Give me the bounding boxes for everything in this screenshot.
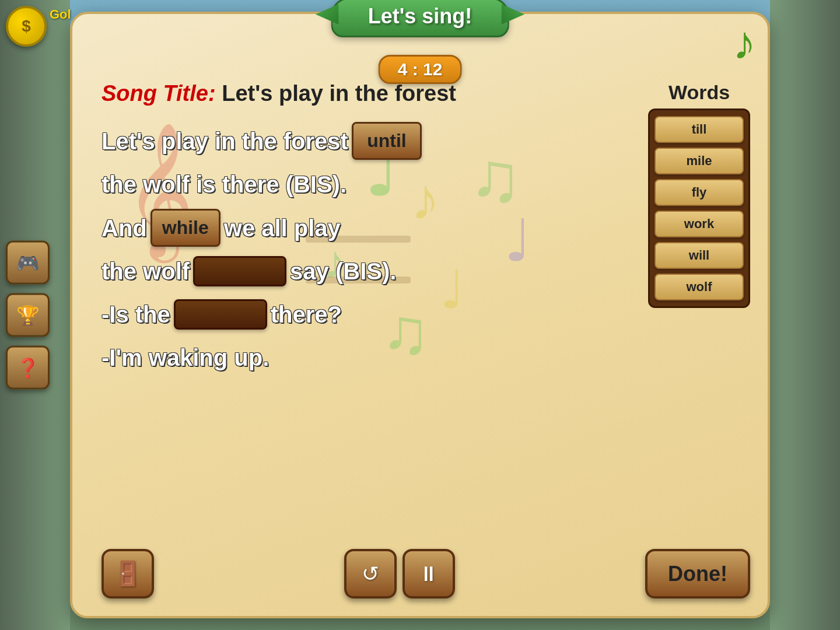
parchment: Let's sing! 4 : 12 ♪ Song Title: Let's p… — [70, 12, 770, 618]
timer-box: 4 : 12 — [379, 55, 462, 84]
lyric-text-5a: -Is the — [102, 296, 170, 333]
song-title-value: Let's play in the forest — [222, 81, 456, 106]
word-btn-wolf[interactable]: wolf — [654, 274, 744, 300]
timer-text: 4 : 12 — [398, 60, 443, 79]
music-note-decoration: ♪ — [733, 20, 756, 66]
lyric-filled-while[interactable]: while — [150, 209, 220, 247]
words-panel: Words till mile fly work will wolf — [648, 81, 750, 308]
bg-stone-right — [770, 0, 840, 630]
left-sidebar: 🎮 🏆 ❓ — [6, 241, 50, 390]
words-header: Words — [648, 81, 750, 104]
lyric-text-1a: Let's play in the forest — [102, 123, 348, 160]
lyric-text-6: -I'm waking up. — [102, 339, 269, 376]
sidebar-btn-help[interactable]: ❓ — [6, 346, 50, 390]
lyric-filled-until[interactable]: until — [352, 122, 422, 160]
lyric-line-2: the wolf is there (BIS). — [102, 166, 634, 203]
lyric-line-4: the wolf say (BIS). — [102, 253, 634, 290]
lyric-text-3b: we all play — [224, 209, 341, 247]
playback-controls: ↺ ⏸ — [344, 549, 455, 598]
song-title-label: Song Title: — [102, 81, 216, 106]
lyric-empty-1[interactable] — [193, 256, 286, 286]
word-btn-fly[interactable]: fly — [654, 179, 744, 206]
word-btn-till[interactable]: till — [654, 116, 744, 143]
lyric-text-5b: there? — [271, 296, 342, 333]
word-btn-will[interactable]: will — [654, 242, 744, 269]
exit-button[interactable]: 🚪 — [102, 549, 154, 598]
pause-icon: ⏸ — [418, 562, 439, 586]
gold-label: Gol — [50, 7, 71, 22]
lyric-text-2: the wolf is there (BIS). — [102, 166, 346, 203]
lyric-line-1: Let's play in the forest until — [102, 122, 634, 160]
lyric-line-5: -Is the there? — [102, 296, 634, 333]
words-list: till mile fly work will wolf — [648, 108, 750, 308]
word-btn-work[interactable]: work — [654, 211, 744, 237]
song-title-area: Song Title: Let's play in the forest — [102, 81, 639, 106]
done-button[interactable]: Done! — [645, 549, 750, 598]
coin-symbol: $ — [22, 17, 31, 36]
exit-icon: 🚪 — [113, 560, 142, 587]
coin: $ — [6, 6, 47, 47]
lyric-text-4b: say (BIS). — [290, 253, 396, 290]
lyrics-area: Let's play in the forest until the wolf … — [102, 122, 634, 382]
pause-button[interactable]: ⏸ — [402, 549, 455, 598]
header-banner: Let's sing! — [331, 0, 509, 37]
replay-icon: ↺ — [362, 562, 379, 586]
banner-title: Let's sing! — [368, 4, 473, 29]
lyric-text-3a: And — [102, 209, 147, 247]
replay-button[interactable]: ↺ — [344, 549, 397, 598]
word-btn-mile[interactable]: mile — [654, 148, 744, 174]
lyric-text-4a: the wolf — [102, 253, 190, 290]
done-label: Done! — [668, 562, 727, 586]
bottom-buttons: 🚪 ↺ ⏸ Done! — [102, 549, 750, 598]
sidebar-btn-trophy[interactable]: 🏆 — [6, 293, 50, 337]
lyric-line-3: And while we all play — [102, 209, 634, 247]
lyric-empty-2[interactable] — [174, 299, 267, 330]
sidebar-btn-gamepad[interactable]: 🎮 — [6, 241, 50, 285]
lyric-line-6: -I'm waking up. — [102, 339, 634, 376]
